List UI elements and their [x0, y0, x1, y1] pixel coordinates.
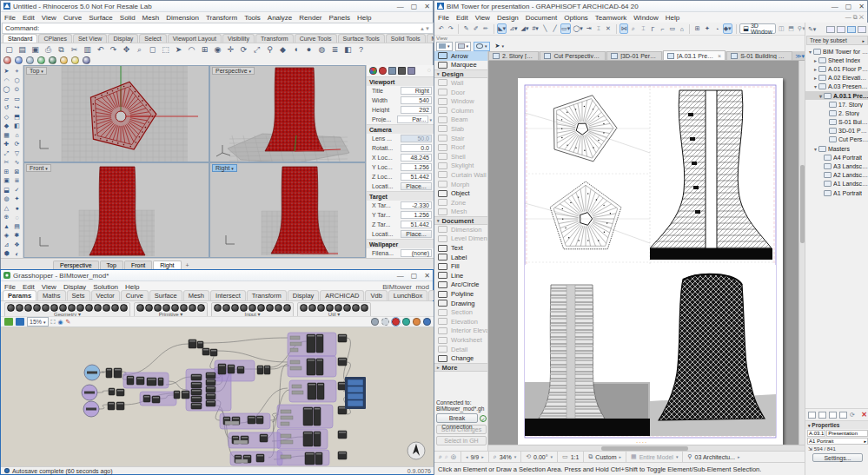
selected-preview-icon[interactable] [413, 318, 421, 326]
gh-node[interactable] [303, 432, 313, 446]
tree-item-3d-01-perspective[interactable]: 3D-01 Perspective [805, 127, 868, 135]
gh-titlebar[interactable]: Grasshopper - BIMtower_mod* —▢✕ [1, 270, 433, 281]
ac-toolbar-icon[interactable]: ◯▾ [573, 23, 583, 34]
rhino-tab-cplanes[interactable]: CPlanes [38, 34, 71, 43]
rhino-menu-edit[interactable]: Edit [23, 14, 35, 22]
gh-param-chip[interactable] [235, 459, 248, 463]
tool-detail[interactable]: Detail [434, 345, 487, 354]
ac-toolbar-icon[interactable]: ▭▾ [560, 23, 571, 34]
layers-icon[interactable]: ≣ [329, 44, 341, 56]
camera-tab-icon[interactable] [398, 67, 406, 75]
tool-wall[interactable]: Wall [434, 78, 487, 88]
ac-menu-document[interactable]: Document [526, 14, 557, 22]
gh-zoom-combo[interactable]: 15%▾ [27, 317, 49, 327]
tool-curtain-wall[interactable]: Curtain Wall [434, 170, 487, 180]
rhino-menu-file[interactable]: File [4, 14, 16, 22]
sketch-pen-icon[interactable]: ✎ [66, 319, 71, 326]
viewport-tab-perspective[interactable]: Perspective [53, 261, 99, 269]
arrow-tool-quick[interactable]: ➤▾ [493, 42, 507, 51]
rhino-tool-icon[interactable]: ▣ [2, 176, 11, 185]
tool-fill[interactable]: Fill [434, 261, 487, 271]
tool-text[interactable]: Text [434, 243, 487, 253]
update-icon[interactable] [829, 412, 837, 419]
move-icon[interactable]: ✛ [225, 44, 236, 56]
props-section-target[interactable]: Target [367, 191, 434, 201]
properties-header[interactable]: ▾ Properties [805, 421, 868, 429]
rhino-tool-icon[interactable]: ◯ [2, 85, 11, 94]
gh-component-icon[interactable] [24, 304, 32, 312]
gh-param-chip[interactable] [281, 434, 291, 438]
viewport-perspective[interactable]: Perspective ▾ [209, 65, 366, 162]
redo-icon[interactable]: ↷ [108, 44, 119, 56]
gh-component-icon[interactable] [103, 304, 110, 312]
toolbox-section-design[interactable]: ▾Design [434, 69, 487, 78]
project-map-icon[interactable] [826, 26, 835, 33]
new-subset-icon[interactable] [818, 412, 826, 419]
publisher-icon[interactable] [858, 26, 866, 33]
rhino-tool-icon[interactable]: ✚ [2, 140, 11, 148]
gh-component-icon[interactable] [240, 304, 248, 312]
gh-param-chip[interactable] [281, 410, 291, 413]
rhino-tool-icon[interactable]: ⊕ [2, 213, 11, 221]
open-file-icon[interactable]: ▤ [17, 44, 28, 56]
display-tab-icon[interactable] [388, 67, 396, 75]
scale-ratio[interactable]: ▭1:1 [558, 452, 584, 462]
zoom-window-icon[interactable]: ◻ [147, 44, 158, 56]
gh-component-icon[interactable] [42, 304, 50, 312]
props-section-wallpaper[interactable]: Wallpaper [367, 239, 434, 248]
rhino-menu-analyze[interactable]: Analyze [268, 14, 292, 22]
gh-tab-archicad[interactable]: ARCHICAD [320, 290, 364, 300]
ac-toolbar-icon[interactable]: ◢▾ [520, 23, 530, 34]
gh-component-icon[interactable] [275, 304, 282, 312]
ac-menu-teamwork[interactable]: Teamwork [595, 14, 626, 22]
rhino-tool-icon[interactable]: ▽ [12, 149, 22, 158]
rhino-titlebar[interactable]: Untitled - Rhinoceros 5.0 Not For Resale… [1, 1, 433, 12]
gh-component-icon[interactable] [120, 304, 128, 312]
rhino-tool-icon[interactable]: ◇ [2, 113, 11, 122]
gumball-icon[interactable]: ◉ [212, 44, 223, 56]
break-connection-button[interactable]: Break Connection [436, 413, 478, 423]
image-tab-icon[interactable] [407, 67, 415, 75]
gh-component-icon[interactable] [308, 304, 316, 312]
gh-component-icon[interactable] [68, 304, 76, 312]
sun-yellow-icon[interactable] [71, 56, 79, 64]
rhino-tool-icon[interactable]: △ [2, 204, 11, 213]
gh-tab-vector[interactable]: Vector [91, 290, 120, 300]
ac-menu-window[interactable]: Window [633, 14, 658, 22]
floor-plan-drawing[interactable] [525, 96, 650, 162]
gh-tab-transform[interactable]: Transform [247, 290, 287, 300]
gh-component-icon[interactable] [76, 304, 84, 312]
tree-item-a-03-1-presentation[interactable]: ▾A.03.1 Presentation [805, 91, 868, 100]
save-file-icon[interactable]: ▣ [30, 44, 41, 56]
ac-tab-cut-perspective-3d-all[interactable]: Cut Perspective [3D / All] [540, 51, 606, 60]
gh-component-icon[interactable] [214, 304, 222, 312]
gh-component-icon[interactable] [197, 304, 205, 312]
rhino-tab-display[interactable]: Display [108, 34, 138, 43]
gh-tab-mesh[interactable]: Mesh [183, 290, 209, 300]
gh-param-chip[interactable] [290, 360, 300, 364]
rhino-tab-select[interactable]: Select [139, 34, 166, 43]
tree-item-a1-portrait[interactable]: A1 Portrait [805, 188, 868, 197]
zoom-tools[interactable]: ⌕⌕◎ [434, 452, 461, 462]
fill-combo[interactable]: ▾ [474, 42, 490, 51]
wireframe-perspective-drawing[interactable] [650, 265, 776, 436]
tool-worksheet[interactable]: Worksheet [434, 335, 487, 345]
ac-menu-design[interactable]: Design [497, 14, 519, 22]
viewport-right[interactable]: Right ▾ [209, 162, 366, 258]
ac-toolbar-icon[interactable]: #▾ [531, 23, 539, 34]
tree-item-a-02-elevations[interactable]: ▸A.02 Elevations [805, 74, 868, 82]
master-layout-dropdown[interactable]: A1 Portrait▸ [807, 438, 868, 445]
gh-node[interactable] [307, 334, 315, 353]
rhino-close-icon[interactable]: ✕ [424, 3, 430, 10]
toolbox-section-document[interactable]: ▾Document [434, 216, 487, 225]
ac-toolbar-icon[interactable]: ⬒ [787, 23, 795, 34]
tree-item-a-01-floor-plans[interactable]: ▸A.01 Floor Plans [805, 64, 868, 73]
ac-toolbar-icon[interactable]: ⌶ [639, 23, 647, 34]
ac-toolbar-icon[interactable]: ✕ [604, 23, 612, 34]
prop-value-y-tar[interactable]: 1.256 [401, 211, 432, 219]
viewport-right-label[interactable]: Right ▾ [212, 164, 237, 172]
undo-icon[interactable]: ↶ [95, 44, 106, 56]
ground-sphere-icon[interactable] [83, 56, 90, 64]
tree-item-a1-landscape[interactable]: A1 Landscape [805, 180, 868, 188]
tree-expand-icon[interactable]: ▾ [812, 83, 818, 89]
